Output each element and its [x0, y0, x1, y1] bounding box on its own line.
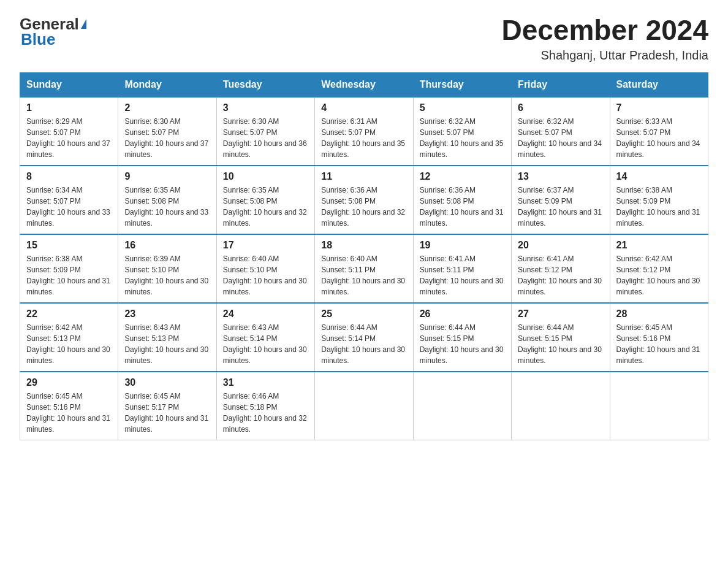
calendar-cell — [512, 372, 610, 440]
calendar-cell: 29Sunrise: 6:45 AMSunset: 5:16 PMDayligh… — [20, 372, 118, 440]
day-info: Sunrise: 6:43 AMSunset: 5:13 PMDaylight:… — [124, 322, 210, 366]
location-subtitle: Shahganj, Uttar Pradesh, India — [501, 48, 708, 63]
day-info: Sunrise: 6:33 AMSunset: 5:07 PMDaylight:… — [616, 116, 702, 160]
calendar-cell: 8Sunrise: 6:34 AMSunset: 5:07 PMDaylight… — [20, 166, 118, 234]
calendar-cell: 21Sunrise: 6:42 AMSunset: 5:12 PMDayligh… — [610, 234, 708, 303]
calendar-cell: 6Sunrise: 6:32 AMSunset: 5:07 PMDaylight… — [512, 97, 610, 166]
calendar-cell: 17Sunrise: 6:40 AMSunset: 5:10 PMDayligh… — [216, 234, 314, 303]
calendar-week-row: 15Sunrise: 6:38 AMSunset: 5:09 PMDayligh… — [20, 234, 708, 303]
calendar-cell: 22Sunrise: 6:42 AMSunset: 5:13 PMDayligh… — [20, 303, 118, 372]
day-info: Sunrise: 6:42 AMSunset: 5:12 PMDaylight:… — [616, 253, 702, 297]
calendar-cell: 13Sunrise: 6:37 AMSunset: 5:09 PMDayligh… — [512, 166, 610, 234]
day-number: 6 — [518, 102, 603, 113]
day-info: Sunrise: 6:38 AMSunset: 5:09 PMDaylight:… — [616, 185, 702, 229]
calendar-week-row: 1Sunrise: 6:29 AMSunset: 5:07 PMDaylight… — [20, 97, 708, 166]
day-info: Sunrise: 6:46 AMSunset: 5:18 PMDaylight:… — [223, 391, 308, 435]
calendar-week-row: 22Sunrise: 6:42 AMSunset: 5:13 PMDayligh… — [20, 303, 708, 372]
calendar-cell: 14Sunrise: 6:38 AMSunset: 5:09 PMDayligh… — [610, 166, 708, 234]
day-number: 30 — [124, 377, 210, 388]
logo: General Blue — [20, 15, 86, 49]
day-number: 26 — [420, 308, 505, 320]
calendar-cell: 23Sunrise: 6:43 AMSunset: 5:13 PMDayligh… — [118, 303, 216, 372]
day-info: Sunrise: 6:42 AMSunset: 5:13 PMDaylight:… — [26, 322, 112, 366]
day-number: 14 — [616, 171, 702, 182]
day-info: Sunrise: 6:45 AMSunset: 5:16 PMDaylight:… — [26, 391, 112, 435]
logo-triangle-icon — [81, 19, 86, 29]
day-number: 8 — [26, 171, 112, 182]
calendar-cell: 5Sunrise: 6:32 AMSunset: 5:07 PMDaylight… — [413, 97, 511, 166]
day-info: Sunrise: 6:37 AMSunset: 5:09 PMDaylight:… — [518, 185, 603, 229]
calendar-cell: 24Sunrise: 6:43 AMSunset: 5:14 PMDayligh… — [216, 303, 314, 372]
logo-blue-text: Blue — [21, 30, 55, 49]
day-info: Sunrise: 6:41 AMSunset: 5:11 PMDaylight:… — [420, 253, 505, 297]
calendar-cell — [413, 372, 511, 440]
day-number: 5 — [420, 102, 505, 113]
calendar-cell: 25Sunrise: 6:44 AMSunset: 5:14 PMDayligh… — [315, 303, 413, 372]
calendar-cell: 2Sunrise: 6:30 AMSunset: 5:07 PMDaylight… — [118, 97, 216, 166]
calendar-cell: 7Sunrise: 6:33 AMSunset: 5:07 PMDaylight… — [610, 97, 708, 166]
day-info: Sunrise: 6:32 AMSunset: 5:07 PMDaylight:… — [420, 116, 505, 160]
calendar-cell: 9Sunrise: 6:35 AMSunset: 5:08 PMDaylight… — [118, 166, 216, 234]
calendar-header-friday: Friday — [512, 72, 610, 97]
calendar-header-monday: Monday — [118, 72, 216, 97]
page-header: General Blue December 2024 Shahganj, Utt… — [20, 15, 708, 63]
day-info: Sunrise: 6:45 AMSunset: 5:16 PMDaylight:… — [616, 322, 702, 366]
day-number: 10 — [223, 171, 308, 182]
day-number: 16 — [124, 240, 210, 251]
day-info: Sunrise: 6:43 AMSunset: 5:14 PMDaylight:… — [223, 322, 308, 366]
day-number: 27 — [518, 308, 603, 320]
calendar-header-saturday: Saturday — [610, 72, 708, 97]
day-info: Sunrise: 6:36 AMSunset: 5:08 PMDaylight:… — [420, 185, 505, 229]
day-info: Sunrise: 6:36 AMSunset: 5:08 PMDaylight:… — [321, 185, 406, 229]
day-info: Sunrise: 6:44 AMSunset: 5:14 PMDaylight:… — [321, 322, 406, 366]
calendar-cell: 1Sunrise: 6:29 AMSunset: 5:07 PMDaylight… — [20, 97, 118, 166]
day-number: 24 — [223, 308, 308, 320]
day-info: Sunrise: 6:38 AMSunset: 5:09 PMDaylight:… — [26, 253, 112, 297]
month-year-title: December 2024 — [501, 15, 708, 46]
day-number: 2 — [124, 102, 210, 113]
day-number: 7 — [616, 102, 702, 113]
day-info: Sunrise: 6:34 AMSunset: 5:07 PMDaylight:… — [26, 185, 112, 229]
day-info: Sunrise: 6:40 AMSunset: 5:10 PMDaylight:… — [223, 253, 308, 297]
day-info: Sunrise: 6:44 AMSunset: 5:15 PMDaylight:… — [518, 322, 603, 366]
day-number: 31 — [223, 377, 308, 388]
day-number: 21 — [616, 240, 702, 251]
calendar-cell: 4Sunrise: 6:31 AMSunset: 5:07 PMDaylight… — [315, 97, 413, 166]
calendar-cell: 10Sunrise: 6:35 AMSunset: 5:08 PMDayligh… — [216, 166, 314, 234]
day-number: 18 — [321, 240, 406, 251]
calendar-header-tuesday: Tuesday — [216, 72, 314, 97]
calendar-cell: 16Sunrise: 6:39 AMSunset: 5:10 PMDayligh… — [118, 234, 216, 303]
calendar-week-row: 8Sunrise: 6:34 AMSunset: 5:07 PMDaylight… — [20, 166, 708, 234]
day-info: Sunrise: 6:35 AMSunset: 5:08 PMDaylight:… — [223, 185, 308, 229]
day-number: 11 — [321, 171, 406, 182]
calendar-cell: 18Sunrise: 6:40 AMSunset: 5:11 PMDayligh… — [315, 234, 413, 303]
day-number: 13 — [518, 171, 603, 182]
day-number: 23 — [124, 308, 210, 320]
day-number: 20 — [518, 240, 603, 251]
calendar-header-wednesday: Wednesday — [315, 72, 413, 97]
calendar-cell: 3Sunrise: 6:30 AMSunset: 5:07 PMDaylight… — [216, 97, 314, 166]
day-info: Sunrise: 6:30 AMSunset: 5:07 PMDaylight:… — [124, 116, 210, 160]
day-number: 22 — [26, 308, 112, 320]
day-info: Sunrise: 6:35 AMSunset: 5:08 PMDaylight:… — [124, 185, 210, 229]
day-number: 17 — [223, 240, 308, 251]
calendar-cell: 20Sunrise: 6:41 AMSunset: 5:12 PMDayligh… — [512, 234, 610, 303]
day-info: Sunrise: 6:39 AMSunset: 5:10 PMDaylight:… — [124, 253, 210, 297]
day-number: 29 — [26, 377, 112, 388]
day-number: 15 — [26, 240, 112, 251]
calendar-header-row: SundayMondayTuesdayWednesdayThursdayFrid… — [20, 72, 708, 97]
calendar-cell — [610, 372, 708, 440]
day-number: 9 — [124, 171, 210, 182]
day-info: Sunrise: 6:31 AMSunset: 5:07 PMDaylight:… — [321, 116, 406, 160]
calendar-cell: 26Sunrise: 6:44 AMSunset: 5:15 PMDayligh… — [413, 303, 511, 372]
day-info: Sunrise: 6:29 AMSunset: 5:07 PMDaylight:… — [26, 116, 112, 160]
calendar-cell: 28Sunrise: 6:45 AMSunset: 5:16 PMDayligh… — [610, 303, 708, 372]
calendar-cell: 31Sunrise: 6:46 AMSunset: 5:18 PMDayligh… — [216, 372, 314, 440]
day-number: 4 — [321, 102, 406, 113]
day-info: Sunrise: 6:45 AMSunset: 5:17 PMDaylight:… — [124, 391, 210, 435]
calendar-table: SundayMondayTuesdayWednesdayThursdayFrid… — [20, 72, 708, 440]
calendar-cell — [315, 372, 413, 440]
day-info: Sunrise: 6:41 AMSunset: 5:12 PMDaylight:… — [518, 253, 603, 297]
title-block: December 2024 Shahganj, Uttar Pradesh, I… — [501, 15, 708, 63]
calendar-cell: 15Sunrise: 6:38 AMSunset: 5:09 PMDayligh… — [20, 234, 118, 303]
